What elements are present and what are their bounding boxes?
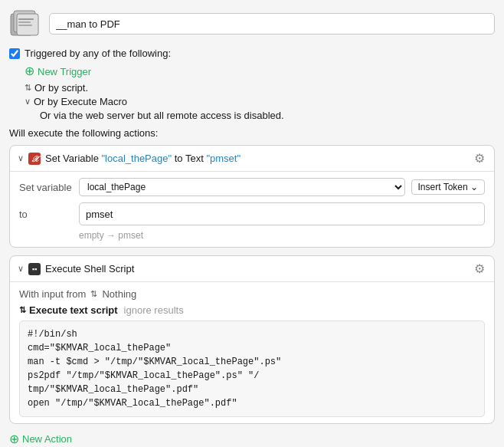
set-variable-title-value: "pmset" <box>206 153 241 164</box>
svg-rect-3 <box>18 18 34 20</box>
insert-token-btn[interactable]: Insert Token ⌄ <box>411 179 485 195</box>
shell-script-gear-btn[interactable]: ⚙ <box>473 261 486 276</box>
set-variable-title-var: "local_thePage" <box>101 153 172 164</box>
macro-icon <box>9 8 41 40</box>
to-label: to <box>19 209 73 220</box>
macro-title-input[interactable] <box>49 13 495 35</box>
shell-script-collapse-arrow[interactable]: ∨ <box>18 264 24 274</box>
insert-token-label: Insert Token ⌄ <box>418 182 478 192</box>
execute-text-label: Execute text script <box>29 304 118 316</box>
trigger-item-macro-label: Or by Execute Macro <box>34 96 127 107</box>
set-variable-header: ∨ 𝒳 Set Variable "local_thePage" to Text… <box>10 146 494 172</box>
collapse-arrow-macro: ∨ <box>25 97 31 107</box>
will-execute-label: Will execute the following actions: <box>9 127 495 139</box>
trigger-item-script-label: Or by script. <box>34 82 88 94</box>
set-var-row: Set variable local_thePage Insert Token … <box>19 178 485 196</box>
set-variable-body: Set variable local_thePage Insert Token … <box>10 172 494 247</box>
new-trigger-label: New Trigger <box>38 66 91 77</box>
shell-with-input-row: With input from ⇅ Nothing <box>19 288 485 300</box>
with-input-stepper-icon[interactable]: ⇅ <box>90 289 97 299</box>
set-variable-title: Set Variable "local_thePage" to Text "pm… <box>45 153 241 164</box>
ignore-results-label: ignore results <box>124 304 184 316</box>
execute-stepper-icon: ⇅ <box>19 305 26 315</box>
shell-script-title: Execute Shell Script <box>45 263 134 274</box>
shell-script-block: ∨ ▪▪ Execute Shell Script ⚙ With input f… <box>9 255 495 424</box>
new-action-icon: ⊕ <box>9 432 19 446</box>
code-block[interactable]: #!/bin/sh cmd="$KMVAR_local_thePage" man… <box>19 320 485 417</box>
triggered-row: Triggered by any of the following: <box>9 48 495 59</box>
preview-row: empty → pmset <box>19 230 485 241</box>
set-variable-collapse-arrow[interactable]: ∨ <box>18 153 24 163</box>
web-server-note: Or via the web server but all remote acc… <box>40 110 495 121</box>
shell-script-body: With input from ⇅ Nothing ⇅ Execute text… <box>10 282 494 423</box>
with-input-value: Nothing <box>102 288 136 300</box>
to-row: to <box>19 202 485 225</box>
trigger-section: ⊕ New Trigger ⇅ Or by script. ∨ Or by Ex… <box>25 65 495 121</box>
collapse-arrow-script: ⇅ <box>25 83 31 93</box>
shell-icon: ▪▪ <box>28 263 41 275</box>
shell-script-header: ∨ ▪▪ Execute Shell Script ⚙ <box>10 256 494 282</box>
with-input-label: With input from <box>19 288 86 300</box>
triggered-label: Triggered by any of the following: <box>25 48 171 59</box>
shell-execute-row[interactable]: ⇅ Execute text script ignore results <box>19 304 485 316</box>
new-action-row[interactable]: ⊕ New Action <box>9 432 495 446</box>
to-input[interactable] <box>79 202 485 225</box>
set-variable-block: ∨ 𝒳 Set Variable "local_thePage" to Text… <box>9 145 495 248</box>
new-trigger-row[interactable]: ⊕ New Trigger <box>25 65 495 77</box>
new-trigger-icon: ⊕ <box>25 65 34 77</box>
triggered-checkbox[interactable] <box>9 48 20 59</box>
trigger-item-script[interactable]: ⇅ Or by script. <box>25 82 495 94</box>
new-action-label: New Action <box>22 433 72 445</box>
set-variable-header-left: ∨ 𝒳 Set Variable "local_thePage" to Text… <box>18 153 241 165</box>
var-select[interactable]: local_thePage <box>79 178 405 196</box>
set-variable-gear-btn[interactable]: ⚙ <box>473 151 486 166</box>
main-container: Triggered by any of the following: ⊕ New… <box>0 0 504 447</box>
svg-rect-5 <box>18 25 32 26</box>
set-var-label: Set variable <box>19 182 73 193</box>
shell-script-header-left: ∨ ▪▪ Execute Shell Script <box>18 263 134 275</box>
set-variable-x-icon: 𝒳 <box>28 153 41 165</box>
trigger-item-macro[interactable]: ∨ Or by Execute Macro <box>25 96 495 107</box>
header-row <box>9 8 495 40</box>
svg-rect-4 <box>18 21 31 23</box>
